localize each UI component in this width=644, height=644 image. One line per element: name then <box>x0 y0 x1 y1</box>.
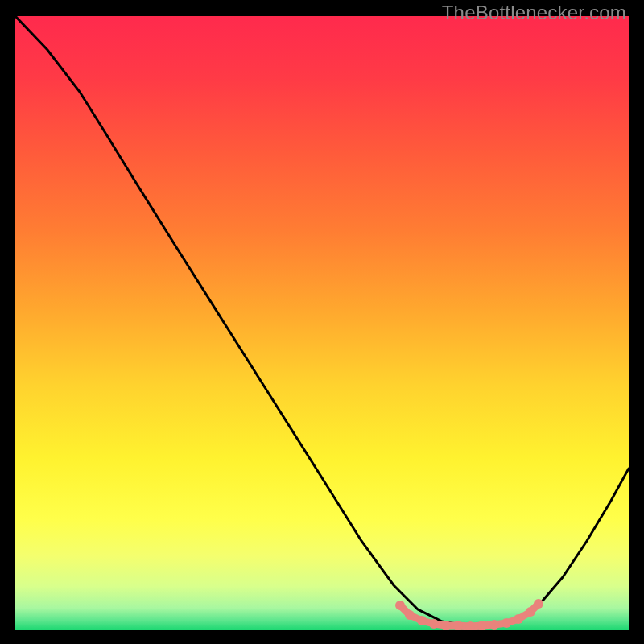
pink-curve-point <box>526 607 535 617</box>
pink-curve-point <box>395 601 405 610</box>
watermark-text: TheBottlenecker.com <box>442 2 626 24</box>
pink-curve-point <box>534 599 543 609</box>
chart-frame <box>15 16 629 630</box>
pink-curve-point <box>405 610 415 620</box>
pink-curve-point <box>502 618 511 628</box>
pink-curve-point <box>514 614 523 624</box>
pink-curve-point <box>429 619 439 629</box>
pink-curve-point <box>489 620 499 630</box>
pink-flat-segment <box>395 599 543 630</box>
chart-svg <box>15 16 629 630</box>
black-curve-path <box>15 16 629 625</box>
pink-curve-point <box>417 616 427 625</box>
